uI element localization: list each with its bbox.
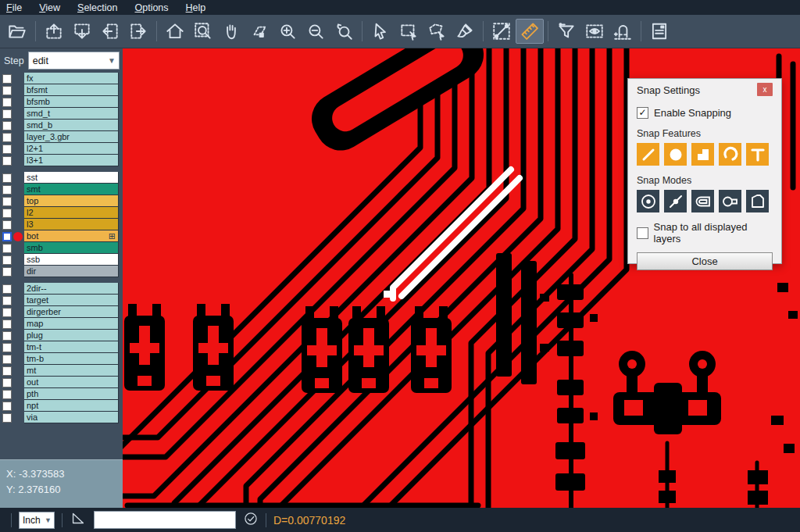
snap-center-icon[interactable] (637, 190, 659, 212)
layer-checkbox[interactable] (2, 402, 12, 411)
layer-checkbox[interactable] (2, 267, 12, 277)
step-dropdown[interactable]: edit ▼ (28, 52, 120, 70)
enable-snapping-checkbox[interactable]: ✓ (637, 107, 648, 119)
layer-name[interactable]: dir (24, 266, 119, 277)
layer-row-bfsmb[interactable]: bfsmb (0, 96, 123, 108)
layer-name[interactable]: map (24, 318, 119, 330)
layer-row-npt[interactable]: npt (0, 400, 123, 412)
rect-select-icon[interactable] (395, 19, 423, 44)
layer-name[interactable]: mt (24, 365, 119, 377)
layer-checkbox[interactable] (2, 355, 12, 364)
layer-name[interactable]: l2 (24, 207, 119, 219)
snap-contour-icon[interactable] (746, 190, 769, 212)
layer-row-2dir--[interactable]: 2dir-- (0, 283, 123, 295)
layer-row-plug[interactable]: plug (0, 330, 123, 341)
layer-name[interactable]: bot⊞ (24, 230, 119, 242)
layer-checkbox[interactable] (2, 121, 12, 130)
nudge-up-icon[interactable] (40, 19, 68, 44)
select-arrow-icon[interactable] (366, 19, 395, 44)
zoom-out-icon[interactable] (302, 19, 330, 44)
layer-row-bfsmt[interactable]: bfsmt (0, 84, 123, 96)
layer-row-dirgerber[interactable]: dirgerber (0, 306, 123, 318)
menu-item-help[interactable]: Help (186, 2, 206, 13)
layer-checkbox[interactable] (2, 74, 12, 84)
form-panel-icon[interactable] (645, 19, 673, 44)
layer-checkbox[interactable] (2, 308, 12, 317)
layer-name[interactable]: l3+1 (24, 155, 119, 166)
menu-item-selection[interactable]: Selection (77, 2, 117, 13)
layer-row-smb[interactable]: smb (0, 242, 123, 254)
snap-midpoint-icon[interactable] (664, 190, 687, 212)
snap-all-layers-checkbox[interactable] (637, 227, 648, 239)
ruler-icon[interactable] (516, 19, 544, 44)
layer-name[interactable]: layer_3.gbr (24, 131, 119, 143)
layer-name[interactable]: target (24, 295, 119, 306)
layer-checkbox[interactable] (2, 209, 12, 218)
layer-checkbox[interactable] (2, 296, 12, 305)
layer-row-fx[interactable]: fx (0, 73, 123, 84)
layer-name[interactable]: l3 (24, 219, 119, 230)
snap-arc-icon[interactable] (719, 143, 741, 166)
layer-row-map[interactable]: map (0, 318, 123, 330)
zoom-in-icon[interactable] (273, 19, 302, 44)
layer-name[interactable]: npt (24, 400, 119, 412)
zoom-previous-icon[interactable] (330, 19, 358, 44)
layer-row-via[interactable]: via (0, 412, 123, 423)
layer-row-top[interactable]: top (0, 195, 123, 207)
layer-row-l2+1[interactable]: l2+1 (0, 143, 123, 155)
layer-name[interactable]: plug (24, 330, 119, 341)
layer-name[interactable]: pth (24, 388, 119, 400)
open-folder-icon[interactable] (3, 19, 31, 44)
layer-name[interactable]: bfsmt (24, 84, 119, 96)
pan-hand-icon[interactable] (217, 19, 245, 44)
layer-row-smt[interactable]: smt (0, 184, 123, 195)
layer-row-l3+1[interactable]: l3+1 (0, 155, 123, 166)
layer-checkbox[interactable] (2, 145, 12, 154)
layer-row-target[interactable]: target (0, 295, 123, 306)
layer-checkbox[interactable] (2, 343, 12, 352)
layer-checkbox[interactable] (2, 331, 12, 341)
snap-slot-icon[interactable] (719, 190, 741, 212)
layer-checkbox[interactable] (2, 378, 12, 387)
layer-name[interactable]: 2dir-- (24, 283, 119, 295)
layer-name[interactable]: l2+1 (24, 143, 119, 155)
layer-row-smd_t[interactable]: smd_t (0, 108, 123, 120)
unit-dropdown[interactable]: Inch ▼ (19, 512, 55, 529)
layer-checkbox[interactable] (2, 185, 12, 195)
snap-text-icon[interactable] (746, 143, 769, 166)
menu-item-options[interactable]: Options (134, 2, 168, 13)
pcb-canvas[interactable]: Snap Settings x ✓ Enable Snapping Snap F… (123, 48, 800, 508)
snap-surface-icon[interactable] (691, 143, 714, 166)
layer-checkbox[interactable] (2, 98, 12, 107)
layer-row-mt[interactable]: mt (0, 365, 123, 377)
zoom-window-icon[interactable] (189, 19, 217, 44)
layer-checkbox[interactable] (2, 284, 12, 294)
layer-name[interactable]: ssb (24, 254, 119, 266)
layer-name[interactable]: fx (24, 73, 119, 84)
layer-row-l3[interactable]: l3 (0, 219, 123, 230)
layer-checkbox[interactable] (2, 390, 12, 399)
layer-name[interactable]: smb (24, 242, 119, 254)
layer-row-smd_b[interactable]: smd_b (0, 120, 123, 131)
layer-name[interactable]: top (24, 195, 119, 207)
layer-checkbox[interactable] (2, 86, 12, 95)
snap-slot-filled-icon[interactable] (691, 190, 714, 212)
brush-icon[interactable] (451, 19, 479, 44)
layer-name[interactable]: dirgerber (24, 306, 119, 318)
layer-checkbox[interactable] (2, 366, 12, 376)
menu-item-file[interactable]: File (6, 2, 22, 13)
layer-row-ssb[interactable]: ssb (0, 254, 123, 266)
layer-checkbox[interactable] (2, 232, 12, 241)
layer-row-out[interactable]: out (0, 377, 123, 388)
close-button[interactable]: Close (637, 252, 773, 270)
layer-row-dir[interactable]: dir (0, 266, 123, 277)
layer-checkbox[interactable] (2, 320, 12, 329)
layer-name[interactable]: tm-b (24, 353, 119, 365)
layer-checkbox[interactable] (2, 255, 12, 265)
layer-name[interactable]: smd_t (24, 108, 119, 120)
layer-name[interactable]: smd_b (24, 120, 119, 131)
menu-item-view[interactable]: View (39, 2, 60, 13)
layer-checkbox[interactable] (2, 173, 12, 183)
layer-row-layer_3.gbr[interactable]: layer_3.gbr (0, 131, 123, 143)
home-view-icon[interactable] (161, 19, 189, 44)
